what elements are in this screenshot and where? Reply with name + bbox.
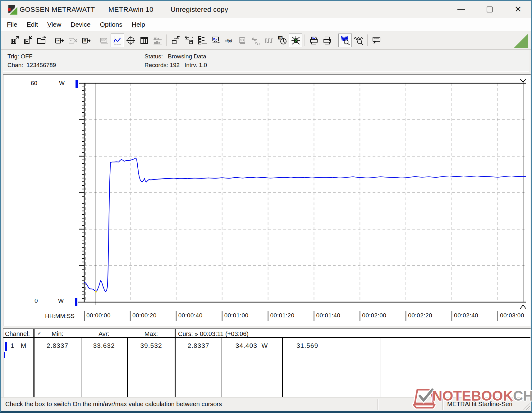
status-message: Check the box to switch On the min/avr/m… bbox=[5, 401, 222, 408]
compare-curves-button bbox=[249, 34, 262, 47]
display-values-button: 1257 bbox=[97, 34, 111, 47]
dual-wave-icon bbox=[251, 36, 260, 45]
toolbar: 321 321 M 1257 =f(x) 321 12 bbox=[1, 31, 531, 50]
annotation-button[interactable] bbox=[370, 34, 383, 47]
minimize-icon bbox=[457, 9, 465, 10]
toolbar-separator bbox=[305, 34, 305, 46]
scope-view-button[interactable] bbox=[124, 34, 137, 47]
pulse-wave-icon bbox=[264, 36, 274, 45]
recording-status: Status: Browsing Data bbox=[144, 53, 206, 60]
x-tick-label: 00:00:00 bbox=[86, 312, 111, 319]
power-line-chart[interactable] bbox=[3, 75, 530, 326]
cell-min: 2.8337 bbox=[34, 342, 81, 349]
zoom-wave-icon bbox=[341, 36, 350, 45]
debug-button[interactable] bbox=[289, 34, 302, 47]
table-view-button[interactable] bbox=[137, 34, 151, 47]
x-tick-label: 00:01:20 bbox=[270, 312, 295, 319]
lcd-display-icon: 1257 bbox=[99, 36, 109, 45]
menu-view[interactable]: View bbox=[43, 19, 66, 30]
toolbar-separator bbox=[166, 34, 167, 46]
time-settings-button[interactable]: 12 bbox=[276, 34, 289, 47]
menu-file[interactable]: File bbox=[2, 19, 22, 30]
read-device-button[interactable]: 321 bbox=[53, 34, 66, 47]
channel-range-marker-top[interactable] bbox=[76, 80, 78, 88]
open-folder-icon bbox=[37, 36, 46, 45]
print-button[interactable] bbox=[320, 34, 334, 47]
y-unit-bottom-label: W bbox=[58, 297, 64, 304]
title-brand: GOSSEN METRAWATT bbox=[20, 6, 95, 14]
measurement-table: Channel: ✓ Min: Avr: Max: Curs: » 00:03:… bbox=[3, 328, 531, 397]
menu-options[interactable]: Options bbox=[95, 19, 127, 30]
app-window: GOSSEN METRAWATT METRAwin 10 Unregistere… bbox=[0, 0, 532, 413]
table-divider bbox=[33, 329, 35, 397]
maximize-button[interactable] bbox=[482, 3, 497, 15]
resize-grip[interactable] bbox=[522, 402, 530, 411]
svg-text:12: 12 bbox=[279, 37, 282, 39]
toolbar-separator bbox=[367, 34, 368, 46]
title-app-name: METRAwin 10 bbox=[108, 6, 154, 14]
x-tick-label: 00:02:00 bbox=[362, 312, 386, 319]
online-monitor-button[interactable] bbox=[209, 34, 222, 47]
channel-status: Chan: 123456789 bbox=[7, 62, 56, 69]
app-logo-icon bbox=[7, 4, 18, 15]
y-min-label: 0 bbox=[34, 297, 38, 304]
svg-text:1257: 1257 bbox=[101, 39, 106, 41]
connected-device-name: METRAHit Starline-Seri bbox=[447, 401, 512, 408]
zoom-out-wave-icon bbox=[354, 36, 363, 45]
callout-icon bbox=[372, 36, 381, 45]
channel-list-button[interactable] bbox=[195, 34, 209, 47]
cell-avr: 33.632 bbox=[81, 342, 127, 349]
svg-text:=f(x): =f(x) bbox=[225, 39, 232, 43]
y-unit-top-label: W bbox=[59, 80, 65, 87]
x-tick-label: 00:01:40 bbox=[316, 312, 340, 319]
menu-help[interactable]: Help bbox=[127, 19, 150, 30]
x-tick-label: 00:02:40 bbox=[454, 312, 478, 319]
monitor-wave-icon bbox=[211, 36, 220, 45]
table-divider bbox=[175, 329, 176, 397]
zoom-out-button[interactable] bbox=[352, 34, 365, 47]
formula-fx-icon: =f(x) bbox=[224, 36, 234, 45]
menu-edit[interactable]: Edit bbox=[22, 19, 43, 30]
menu-device[interactable]: Device bbox=[66, 19, 95, 30]
col-header-min: Min: bbox=[34, 330, 81, 338]
status-bar: Check the box to switch On the min/avr/m… bbox=[1, 397, 531, 411]
export-disk-icon bbox=[171, 36, 180, 45]
import-disk-icon bbox=[184, 36, 194, 45]
col-header-avr: Avr: bbox=[81, 330, 127, 338]
floppy-import-icon bbox=[23, 36, 33, 45]
x-tick-label: 00:00:20 bbox=[132, 312, 157, 319]
minimize-button[interactable] bbox=[454, 3, 468, 15]
save-import-file-button[interactable] bbox=[21, 34, 34, 47]
sampling-button bbox=[262, 34, 276, 47]
toolbar-resize-triangle[interactable] bbox=[514, 34, 528, 48]
statusbar-divider bbox=[378, 399, 379, 410]
toolbar-separator bbox=[336, 34, 336, 46]
line-chart-icon bbox=[113, 36, 122, 45]
memory-read-icon: M bbox=[81, 36, 91, 45]
menu-bar: File Edit View Device Options Help bbox=[1, 18, 531, 31]
export-data-button[interactable] bbox=[169, 34, 182, 47]
x-tick-label: 00:00:40 bbox=[178, 312, 203, 319]
device-321-read-icon: 321 bbox=[55, 36, 64, 45]
col-header-channel: Channel: bbox=[5, 330, 30, 338]
col-header-cursors: Curs: » 00:03:11 (+03:06) bbox=[178, 330, 249, 338]
close-icon: ✕ bbox=[515, 5, 522, 14]
import-data-button[interactable] bbox=[182, 34, 195, 47]
histogram-view-button bbox=[151, 34, 164, 47]
svg-text:321: 321 bbox=[70, 39, 74, 42]
open-file-button[interactable] bbox=[34, 34, 48, 47]
device-disconnect-icon: 321 bbox=[68, 36, 77, 45]
curve-view-button[interactable] bbox=[111, 34, 124, 47]
maximize-icon bbox=[487, 7, 493, 12]
scope-crosshair-icon bbox=[126, 36, 135, 45]
print-preview-button[interactable] bbox=[307, 34, 320, 47]
read-memory-button[interactable]: M bbox=[79, 34, 93, 47]
save-export-file-button[interactable] bbox=[8, 34, 21, 47]
channel-range-marker-bottom[interactable] bbox=[75, 298, 77, 306]
clock-icon: 12 bbox=[278, 36, 287, 45]
close-button[interactable]: ✕ bbox=[511, 3, 525, 15]
svg-text:321: 321 bbox=[240, 39, 244, 42]
formula-button[interactable]: =f(x) bbox=[222, 34, 236, 47]
zoom-curve-button[interactable] bbox=[338, 34, 352, 47]
printer-icon bbox=[323, 36, 332, 45]
